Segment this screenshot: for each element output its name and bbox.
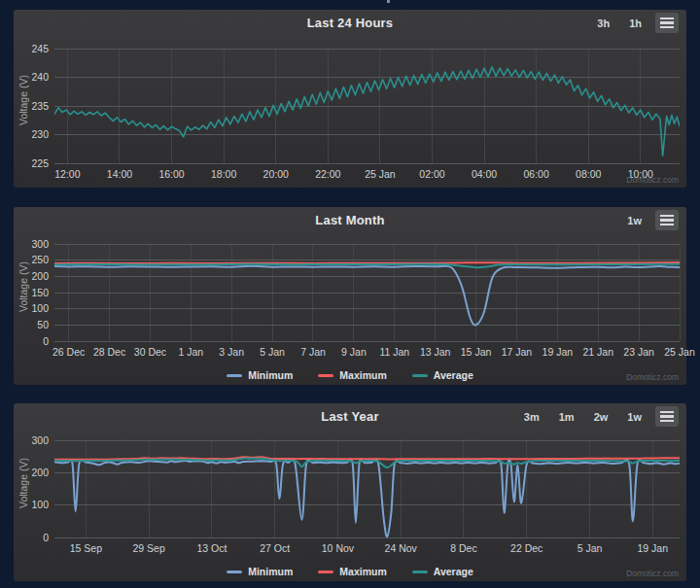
x-tick-label: 12:00 — [54, 168, 80, 180]
x-tick-label: 22:00 — [315, 168, 340, 180]
range-button-1h[interactable]: 1h — [629, 17, 642, 29]
chart-controls: 3h1h — [597, 13, 679, 33]
range-button-1m[interactable]: 1m — [559, 411, 575, 423]
series-minimum — [54, 266, 680, 326]
chart-plot-area[interactable]: 26 Dec28 Dec30 Dec1 Jan3 Jan5 Jan7 Jan9 … — [16, 238, 684, 366]
x-tick-label: 25 Jan — [664, 346, 695, 358]
chart-context-menu-button[interactable] — [655, 406, 679, 427]
x-tick-label: 13 Oct — [196, 542, 227, 554]
hamburger-icon — [660, 215, 674, 218]
x-tick-label: 27 Oct — [260, 542, 290, 554]
range-button-1w[interactable]: 1w — [627, 215, 642, 226]
x-tick-label: 20:00 — [263, 168, 289, 180]
y-tick-label: 235 — [31, 100, 49, 112]
x-tick-label: 5 Jan — [578, 542, 603, 554]
y-tick-label: 245 — [31, 43, 49, 54]
x-tick-label: 1 Jan — [178, 346, 203, 358]
range-button-1w[interactable]: 1w — [627, 411, 642, 423]
legend-item-average[interactable]: Average — [412, 369, 473, 381]
range-button-3h[interactable]: 3h — [597, 17, 610, 29]
x-tick-label: 21 Jan — [582, 346, 613, 358]
domoticz-watermark: Domoticz.com — [626, 175, 679, 185]
chart-controls: 3m1m2w1w — [524, 406, 679, 427]
series-voltage — [54, 67, 680, 156]
x-tick-label: 26 Dec — [52, 346, 85, 358]
chart-plot-area[interactable]: 12:0014:0016:0018:0020:0022:0025 Jan02:0… — [16, 41, 684, 187]
chart-controls: 1w — [627, 210, 679, 230]
legend-item-minimum[interactable]: Minimum — [227, 369, 293, 381]
legend-label: Average — [434, 369, 473, 381]
y-tick-label: 300 — [31, 434, 49, 446]
x-tick-label: 19 Jan — [637, 542, 668, 554]
series-maximum — [54, 262, 680, 263]
x-tick-label: 9 Jan — [341, 346, 367, 358]
panel-last-24-hours: Last 24 Hours 3h1h Voltage (V) 12:0014:0… — [14, 10, 686, 188]
series-minimum — [54, 459, 680, 536]
y-tick-label: 0 — [43, 532, 49, 543]
panel-header: Last Year 3m1m2w1w — [14, 403, 686, 434]
legend-item-average[interactable]: Average — [412, 566, 473, 577]
range-button-2w[interactable]: 2w — [594, 411, 609, 423]
y-tick-label: 150 — [31, 287, 49, 298]
legend-swatch — [318, 374, 333, 377]
y-tick-label: 250 — [31, 254, 49, 265]
x-tick-label: 08:00 — [576, 168, 601, 180]
y-tick-label: 230 — [31, 128, 49, 140]
x-tick-label: 3 Jan — [219, 346, 244, 358]
x-tick-label: 04:00 — [472, 168, 497, 180]
hamburger-icon — [660, 17, 674, 20]
chart-title: Last 24 Hours — [14, 16, 686, 30]
x-tick-label: 02:00 — [419, 168, 444, 180]
x-tick-label: 06:00 — [524, 168, 549, 180]
x-tick-label: 5 Jan — [260, 346, 285, 358]
x-tick-label: 17 Jan — [502, 346, 533, 358]
legend-swatch — [412, 374, 428, 377]
x-tick-label: 10 Nov — [322, 542, 355, 554]
y-tick-label: 0 — [43, 335, 49, 347]
x-tick-label: 22 Dec — [510, 542, 542, 554]
page-top-artifact — [387, 0, 390, 3]
x-tick-label: 25 Jan — [365, 168, 396, 180]
legend-swatch — [227, 374, 242, 377]
y-tick-label: 300 — [31, 238, 49, 250]
chart-title: Last Month — [14, 213, 686, 227]
legend-item-maximum[interactable]: Maximum — [318, 566, 386, 577]
legend-swatch — [227, 571, 242, 573]
legend-label: Minimum — [248, 369, 293, 381]
x-tick-label: 18:00 — [211, 168, 236, 180]
legend-label: Maximum — [339, 566, 386, 577]
legend-swatch — [412, 571, 428, 573]
panel-last-month: Last Month 1w Voltage (V) 26 Dec28 Dec30… — [14, 207, 686, 385]
range-selector: 3h1h — [597, 17, 642, 29]
legend-label: Average — [434, 566, 473, 577]
y-axis-title: Voltage (V) — [18, 56, 29, 144]
x-tick-label: 28 Dec — [93, 346, 125, 358]
y-tick-label: 50 — [37, 319, 49, 330]
panel-header: Last 24 Hours 3h1h — [14, 10, 686, 41]
legend-item-minimum[interactable]: Minimum — [227, 566, 293, 577]
x-tick-label: 15 Jan — [461, 346, 492, 358]
y-tick-label: 100 — [31, 499, 49, 510]
y-tick-label: 100 — [31, 302, 49, 314]
legend-label: Minimum — [248, 566, 293, 577]
domoticz-watermark: Domoticz.com — [626, 372, 679, 382]
chart-legend: MinimumMaximumAverage — [14, 366, 686, 384]
legend-label: Maximum — [339, 369, 386, 381]
legend-item-maximum[interactable]: Maximum — [318, 369, 386, 381]
hamburger-icon — [660, 411, 674, 414]
x-tick-label: 14:00 — [107, 168, 132, 180]
x-tick-label: 29 Sep — [133, 542, 165, 554]
legend-swatch — [318, 571, 333, 573]
x-tick-label: 19 Jan — [542, 346, 574, 358]
chart-legend — [14, 187, 686, 204]
chart-context-menu-button[interactable] — [655, 13, 679, 33]
x-tick-label: 30 Dec — [134, 346, 166, 358]
domoticz-watermark: Domoticz.com — [626, 569, 679, 578]
x-tick-label: 11 Jan — [379, 346, 409, 358]
chart-context-menu-button[interactable] — [655, 210, 679, 230]
y-axis-title: Voltage (V) — [18, 439, 29, 527]
range-button-3m[interactable]: 3m — [524, 411, 540, 423]
x-tick-label: 8 Dec — [450, 542, 476, 554]
chart-plot-area[interactable]: 15 Sep29 Sep13 Oct27 Oct10 Nov24 Nov8 De… — [16, 434, 684, 563]
y-tick-label: 225 — [31, 157, 49, 169]
